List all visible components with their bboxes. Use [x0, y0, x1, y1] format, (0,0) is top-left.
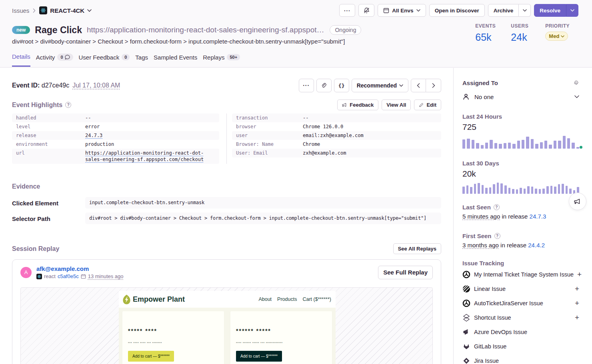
stat-users-value[interactable]: 24k — [511, 32, 530, 43]
session-replay-title: Session Replay — [12, 245, 59, 253]
archive-button[interactable]: Archive — [488, 4, 519, 17]
chart-bar — [558, 184, 560, 194]
chart-bar — [508, 143, 511, 149]
site-nav: About Products Cart ($******) — [258, 296, 331, 302]
tab-activity[interactable]: Activity0 — [36, 53, 73, 67]
chart-bar — [499, 144, 502, 149]
last-24-hours-value: 725 — [462, 122, 579, 132]
issue-subtitle-url: https://application-monitoring-react-dot… — [87, 26, 324, 34]
event-date[interactable]: Jul 17, 10:08 AM — [72, 82, 120, 89]
tracking-item-label[interactable]: Jira Issue — [474, 358, 499, 364]
feedback-fab-button[interactable] — [569, 193, 586, 210]
bell-slash-icon — [363, 7, 370, 14]
selector-path-value: div#root > div#body-container > Checkout… — [85, 213, 441, 224]
breadcrumb-project[interactable]: REACT-4CK — [39, 6, 92, 14]
assignee-dropdown[interactable]: No one — [462, 93, 579, 100]
tab-details[interactable]: Details — [12, 53, 30, 67]
see-all-replays-button[interactable]: See All Replays — [393, 243, 441, 254]
pencil-icon — [419, 102, 424, 107]
mute-bell-button[interactable] — [358, 4, 374, 17]
chevron-right-icon — [432, 83, 435, 88]
last-seen-ago[interactable]: 5 minutes ago — [462, 213, 500, 220]
tab-sampled-events[interactable]: Sampled Events — [154, 53, 197, 67]
stat-priority: PRIORITY Med — [545, 23, 570, 43]
archive-dropdown-button[interactable] — [519, 4, 531, 17]
see-full-replay-button[interactable]: See Full Replay — [378, 266, 433, 279]
open-in-discover-button[interactable]: Open in Discover — [429, 4, 485, 17]
add-issue-button[interactable]: + — [577, 270, 582, 279]
chart-bar — [549, 145, 552, 149]
next-event-button[interactable] — [426, 79, 441, 92]
stat-events: EVENTS 65k — [475, 23, 496, 43]
clicked-element-value: input.complete-checkout-btn.sentry-unmas… — [85, 197, 441, 209]
replay-user-link[interactable]: afk@example.com — [36, 265, 124, 272]
chart-bar — [527, 186, 530, 194]
resolve-button[interactable]: Resolve — [534, 4, 566, 17]
chart-bar — [512, 189, 514, 194]
tracking-item-2: AutoTicketJiraServer Issue+ — [462, 296, 579, 310]
tab-replays[interactable]: Replays50+ — [203, 53, 240, 67]
resolve-dropdown-button[interactable] — [566, 4, 578, 17]
tracking-item-label[interactable]: GitLab Issue — [474, 343, 506, 350]
view-all-button[interactable]: View All — [382, 99, 411, 110]
edit-button[interactable]: Edit — [414, 99, 441, 110]
last-seen-release-link[interactable]: 24.7.3 — [530, 213, 546, 220]
tracking-item-label[interactable]: My Internal Ticket Triage System Issue — [474, 271, 574, 278]
issue-title: Rage Click — [35, 25, 82, 36]
gear-icon[interactable] — [573, 80, 579, 86]
ticket-icon — [462, 271, 470, 278]
tracking-item-5: GitLab Issue — [462, 339, 579, 354]
megaphone-icon — [342, 102, 347, 107]
chart-bar — [517, 141, 520, 149]
chart-bar — [540, 142, 543, 149]
breadcrumb-issues[interactable]: Issues — [12, 7, 29, 14]
tracking-item-label[interactable]: Shortcut Issue — [474, 314, 511, 321]
priority-dropdown[interactable]: Med — [545, 32, 568, 41]
last-24-hours-title: Last 24 Hours — [462, 113, 579, 120]
first-seen-ago[interactable]: 3 months ago — [462, 242, 499, 249]
url-link[interactable]: https://application-monitoring-react-dot… — [85, 150, 210, 163]
tracking-item-label[interactable]: AutoTicketJiraServer Issue — [474, 300, 543, 306]
replay-viewport[interactable]: Empower Plant About Products Cart ($****… — [20, 287, 433, 364]
event-more-button[interactable]: ··· — [299, 79, 314, 92]
last-30-days-title: Last 30 Days — [462, 160, 579, 167]
window-icon — [383, 8, 389, 14]
chart-bar — [576, 147, 579, 149]
more-actions-button[interactable]: ··· — [339, 4, 355, 17]
replay-time-ago[interactable]: 13 minutes ago — [88, 273, 124, 279]
help-icon[interactable]: ? — [65, 102, 71, 108]
event-link-button[interactable] — [316, 79, 332, 92]
chart-bar — [535, 144, 538, 149]
chevron-down-icon — [416, 9, 420, 12]
release-link[interactable]: 24.7.3 — [85, 132, 102, 139]
first-seen-release-link[interactable]: 24.4.2 — [528, 242, 545, 249]
add-issue-button[interactable]: + — [575, 313, 579, 322]
tab-user-feedback[interactable]: User Feedback0 — [79, 53, 130, 67]
chart-bar — [522, 140, 524, 149]
chart-bar — [535, 189, 537, 194]
tracking-item-label[interactable]: Linear Issue — [474, 286, 506, 292]
product-card-2: ****** ***** **** ****** ***** *** *****… — [230, 311, 332, 364]
tab-tags[interactable]: Tags — [135, 53, 148, 67]
add-issue-button[interactable]: + — [575, 299, 579, 308]
help-icon[interactable]: ? — [494, 204, 500, 210]
help-icon[interactable]: ? — [494, 233, 500, 239]
replay-site-preview: Empower Plant About Products Cart ($****… — [119, 291, 336, 364]
chart-bar — [524, 189, 526, 194]
prev-event-button[interactable] — [411, 79, 426, 92]
replay-id-link[interactable]: c5af0e5c — [58, 273, 79, 279]
stat-events-value[interactable]: 65k — [475, 32, 496, 43]
add-issue-button[interactable]: + — [575, 284, 579, 293]
first-seen-value: 3 months ago in release 24.4.2 — [462, 242, 579, 249]
event-json-button[interactable]: {} — [334, 79, 349, 92]
tracking-item-label[interactable]: Azure DevOps Issue — [474, 329, 527, 335]
react-project-icon — [36, 274, 42, 279]
recommended-dropdown[interactable]: Recommended — [352, 79, 408, 92]
feedback-button[interactable]: Feedback — [337, 99, 378, 110]
chart-bar — [489, 187, 492, 194]
evidence-title: Evidence — [12, 183, 441, 190]
calendar-icon — [81, 274, 86, 279]
env-filter-button[interactable]: All Envs — [378, 4, 426, 17]
issue-tracking-title: Issue Tracking — [462, 260, 579, 267]
chart-bar — [470, 187, 472, 194]
